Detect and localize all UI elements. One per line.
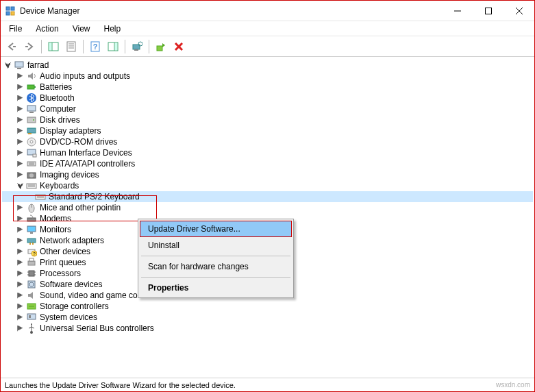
back-button[interactable] — [3, 38, 20, 55]
expand-arrow-icon[interactable]: ⯈ — [16, 247, 25, 256]
uninstall-button[interactable] — [171, 38, 187, 55]
device-tree[interactable]: ⮟ farrad ⯈ Audio inputs and outputs ⯈ Ba… — [1, 57, 534, 378]
tree-item-system-devices[interactable]: ⯈ System devices — [2, 312, 533, 323]
help-button[interactable]: ? — [87, 38, 103, 55]
tree-item-computer[interactable]: ⯈ Computer — [2, 103, 533, 114]
svg-rect-58 — [30, 232, 33, 234]
tree-item-dvd[interactable]: ⯈ DVD/CD-ROM drives — [2, 136, 533, 147]
ctx-properties[interactable]: Properties — [140, 280, 292, 296]
properties-button[interactable] — [63, 38, 79, 55]
svg-rect-67 — [29, 271, 34, 276]
svg-rect-77 — [29, 315, 31, 318]
expand-arrow-icon[interactable]: ⯈ — [16, 225, 25, 234]
svg-rect-30 — [27, 85, 34, 89]
tree-item-batteries[interactable]: ⯈ Batteries — [2, 82, 533, 93]
svg-rect-57 — [27, 226, 36, 232]
svg-point-78 — [30, 331, 33, 334]
storage-icon — [26, 301, 37, 312]
expand-arrow-icon[interactable]: ⯈ — [16, 313, 25, 322]
expand-arrow-icon[interactable]: ⯈ — [16, 71, 25, 81]
expand-arrow-icon[interactable]: ⯈ — [16, 258, 25, 267]
menu-file[interactable]: File — [3, 23, 27, 35]
svg-rect-56 — [27, 218, 36, 221]
expand-arrow-icon[interactable]: ⮟ — [3, 60, 13, 70]
tree-item-display-adapters[interactable]: ⯈ Display adapters — [2, 125, 533, 136]
ctx-uninstall[interactable]: Uninstall — [140, 237, 292, 254]
svg-rect-3 — [11, 12, 14, 15]
svg-rect-35 — [27, 117, 36, 123]
tree-item-audio[interactable]: ⯈ Audio inputs and outputs — [2, 71, 533, 82]
computer-icon — [26, 103, 37, 114]
monitor-icon — [26, 224, 37, 235]
tree-item-hid[interactable]: ⯈ Human Interface Devices — [2, 147, 533, 158]
update-driver-button[interactable] — [153, 38, 169, 55]
close-button[interactable] — [503, 1, 534, 21]
tree-item-standard-keyboard[interactable]: Standard PS/2 Keyboard — [2, 191, 533, 202]
tree-item-ide[interactable]: ⯈ IDE ATA/ATAPI controllers — [2, 158, 533, 169]
toolbar-separator — [83, 40, 84, 53]
expand-arrow-icon[interactable]: ⯈ — [16, 203, 25, 212]
dvd-icon — [26, 136, 37, 147]
expand-arrow-icon[interactable]: ⯈ — [16, 104, 25, 114]
hid-icon — [26, 147, 37, 158]
show-hide-console-tree-button[interactable] — [45, 38, 62, 55]
expand-arrow-icon[interactable]: ⯈ — [16, 236, 25, 245]
menu-action[interactable]: Action — [30, 23, 64, 35]
menu-view[interactable]: View — [67, 23, 96, 35]
svg-point-40 — [30, 140, 33, 143]
root-label: farrad — [27, 60, 49, 70]
menu-help[interactable]: Help — [99, 23, 127, 35]
expand-arrow-icon[interactable]: ⯈ — [16, 170, 25, 180]
svg-rect-23 — [134, 49, 138, 51]
expand-arrow-icon[interactable]: ⯈ — [16, 82, 25, 92]
display-adapter-icon — [26, 125, 37, 136]
ctx-update-driver[interactable]: Update Driver Software... — [140, 221, 292, 237]
expand-arrow-icon[interactable]: ⯈ — [16, 280, 25, 289]
svg-rect-60 — [29, 243, 31, 245]
forward-button[interactable] — [21, 38, 38, 55]
tree-item-disk-drives[interactable]: ⯈ Disk drives — [2, 114, 533, 125]
svg-rect-9 — [25, 46, 28, 47]
scan-hardware-button[interactable] — [129, 38, 145, 55]
software-icon — [26, 279, 37, 290]
svg-rect-0 — [6, 7, 10, 10]
context-menu: Update Driver Software... Uninstall Scan… — [138, 219, 294, 298]
network-icon — [26, 235, 37, 246]
expand-arrow-icon[interactable]: ⯈ — [16, 159, 25, 169]
expand-arrow-icon[interactable]: ⯈ — [16, 323, 25, 333]
expand-arrow-icon[interactable]: ⯈ — [16, 302, 25, 311]
modem-icon — [26, 213, 37, 224]
tree-item-bluetooth[interactable]: ⯈ Bluetooth — [2, 93, 533, 103]
keyboard-icon — [26, 180, 37, 191]
expand-arrow-icon[interactable]: ⯈ — [16, 93, 25, 103]
ctx-scan[interactable]: Scan for hardware changes — [140, 258, 292, 275]
expand-arrow-icon[interactable]: ⯈ — [16, 148, 25, 158]
menu-bar: File Action View Help — [1, 21, 534, 36]
svg-rect-12 — [49, 43, 51, 50]
minimize-button[interactable] — [442, 1, 473, 21]
expand-arrow-icon[interactable]: ⯈ — [16, 291, 25, 300]
expand-arrow-icon[interactable]: ⯈ — [16, 137, 25, 147]
tree-item-imaging[interactable]: ⯈ Imaging devices — [2, 169, 533, 180]
processor-icon — [26, 268, 37, 279]
expand-arrow-icon[interactable]: ⯈ — [16, 126, 25, 136]
expand-arrow-icon[interactable]: ⯈ — [16, 214, 25, 223]
svg-point-24 — [138, 42, 142, 46]
svg-rect-61 — [32, 243, 34, 245]
expand-arrow-icon[interactable]: ⮟ — [16, 181, 25, 191]
action-pane-button[interactable] — [105, 38, 121, 55]
tree-root[interactable]: ⮟ farrad — [2, 60, 533, 71]
svg-rect-66 — [29, 258, 34, 261]
status-text: Launches the Update Driver Software Wiza… — [5, 381, 236, 389]
svg-rect-37 — [27, 128, 36, 133]
expand-arrow-icon[interactable]: ⯈ — [16, 269, 25, 278]
tree-item-keyboards[interactable]: ⮟ Keyboards — [2, 180, 533, 191]
tree-item-usb[interactable]: ⯈ Universal Serial Bus controllers — [2, 323, 533, 334]
maximize-button[interactable] — [473, 1, 503, 21]
tree-item-storage-controllers[interactable]: ⯈ Storage controllers — [2, 301, 533, 312]
battery-icon — [26, 82, 37, 93]
expand-arrow-icon[interactable]: ⯈ — [16, 115, 25, 125]
svg-rect-28 — [15, 62, 23, 67]
tree-item-mice[interactable]: ⯈ Mice and other pointin — [2, 202, 533, 213]
svg-rect-21 — [115, 43, 117, 50]
